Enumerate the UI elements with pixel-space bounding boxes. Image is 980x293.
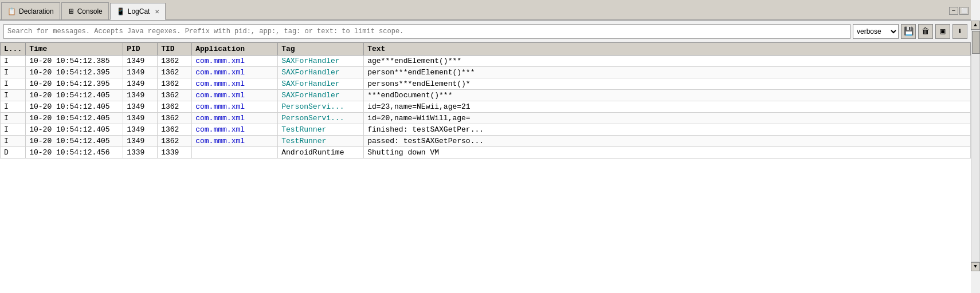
cell-level: D [1,147,26,159]
cell-application: com.mmm.xml [192,113,278,124]
cell-level: I [1,56,26,67]
scroll-thumb[interactable] [972,31,980,54]
cell-application: com.mmm.xml [192,101,278,113]
tab-declaration-label: Declaration [19,7,54,15]
toolbar: verbose debug info warn error 💾 🗑 ▣ ⬇ [0,21,971,42]
tab-declaration[interactable]: 📋 Declaration [1,2,60,19]
log-table: L... Time PID TID Application [0,42,971,159]
tab-console-label: Console [77,7,103,15]
cell-pid: 1339 [123,147,158,159]
cell-pid: 1349 [123,78,158,90]
table-header-row: L... Time PID TID Application [1,43,971,56]
cell-text: id=20,name=WiiWill,age= [364,113,971,124]
cell-tid: 1362 [158,78,192,90]
cell-pid: 1349 [123,56,158,67]
cell-level: I [1,67,26,78]
cell-tid: 1362 [158,136,192,147]
cell-application: com.mmm.xml [192,67,278,78]
cell-level: I [1,101,26,113]
cell-text: passed: testSAXGetPerso... [364,136,971,147]
restore-button[interactable]: ⬜ [959,7,969,15]
table-row: I 10-20 10:54:12.385 1349 1362 com.mmm.x… [1,56,971,67]
col-header-application[interactable]: Application [192,43,278,56]
scrollbar[interactable]: ▲ ▼ [971,21,980,271]
cell-tid: 1339 [158,147,192,159]
download-button[interactable]: ⬇ [952,24,967,39]
main-content: 📋 Declaration 🖥 Console 📱 LogCat ✕ — ⬜ [0,0,971,293]
scroll-down-button[interactable]: ▼ [971,262,980,271]
cell-application: com.mmm.xml [192,124,278,136]
cell-text: finished: testSAXGetPer... [364,124,971,136]
cell-text: Shutting down VM [364,147,971,159]
col-header-pid[interactable]: PID [123,43,158,56]
table-row: I 10-20 10:54:12.395 1349 1362 com.mmm.x… [1,67,971,78]
cell-tag: SAXForHandler [278,56,364,67]
view-icon: ▣ [940,26,945,36]
scroll-track [971,30,980,262]
clear-button[interactable]: 🗑 [918,24,933,39]
cell-pid: 1349 [123,90,158,101]
logcat-icon: 📱 [116,7,125,15]
console-icon: 🖥 [68,7,75,15]
minimize-icon: — [952,8,955,14]
cell-time: 10-20 10:54:12.405 [26,101,123,113]
cell-application [192,147,278,159]
cell-pid: 1349 [123,67,158,78]
search-input[interactable] [3,24,850,39]
cell-tag: PersonServi... [278,101,364,113]
cell-pid: 1349 [123,124,158,136]
cell-level: I [1,113,26,124]
table-row: I 10-20 10:54:12.405 1349 1362 com.mmm.x… [1,113,971,124]
cell-tag: TestRunner [278,136,364,147]
cell-tag: SAXForHandler [278,67,364,78]
col-header-level[interactable]: L... [1,43,26,56]
cell-time: 10-20 10:54:12.405 [26,113,123,124]
clear-icon: 🗑 [922,27,930,36]
scroll-up-button[interactable]: ▲ [971,21,980,30]
cell-tid: 1362 [158,56,192,67]
cell-tid: 1362 [158,124,192,136]
cell-time: 10-20 10:54:12.385 [26,56,123,67]
cell-application: com.mmm.xml [192,78,278,90]
tab-close-icon[interactable]: ✕ [155,9,159,15]
save-button[interactable]: 💾 [901,24,916,39]
view-toggle-button[interactable]: ▣ [935,24,950,39]
col-header-tid[interactable]: TID [158,43,192,56]
cell-tid: 1362 [158,67,192,78]
cell-text: person***endElement()*** [364,67,971,78]
declaration-icon: 📋 [7,7,16,15]
cell-application: com.mmm.xml [192,90,278,101]
cell-text: age***endElement()*** [364,56,971,67]
cell-time: 10-20 10:54:12.456 [26,147,123,159]
cell-level: I [1,90,26,101]
window-controls: — ⬜ [949,2,971,19]
table-row: I 10-20 10:54:12.405 1349 1362 com.mmm.x… [1,136,971,147]
log-table-wrapper[interactable]: L... Time PID TID Application [0,42,971,293]
col-header-text[interactable]: Text [364,43,971,56]
cell-time: 10-20 10:54:12.395 [26,78,123,90]
cell-time: 10-20 10:54:12.405 [26,90,123,101]
col-header-time[interactable]: Time [26,43,123,56]
cell-time: 10-20 10:54:12.405 [26,124,123,136]
cell-text: ***endDocument()*** [364,90,971,101]
cell-tid: 1362 [158,101,192,113]
table-row: I 10-20 10:54:12.405 1349 1362 com.mmm.x… [1,124,971,136]
table-row: D 10-20 10:54:12.456 1339 1339 AndroidRu… [1,147,971,159]
cell-tid: 1362 [158,113,192,124]
cell-pid: 1349 [123,113,158,124]
tab-bar: 📋 Declaration 🖥 Console 📱 LogCat ✕ — ⬜ [0,0,971,21]
tab-console[interactable]: 🖥 Console [61,2,109,19]
cell-level: I [1,124,26,136]
table-row: I 10-20 10:54:12.405 1349 1362 com.mmm.x… [1,101,971,113]
cell-tag: SAXForHandler [278,90,364,101]
cell-level: I [1,78,26,90]
cell-application: com.mmm.xml [192,56,278,67]
minimize-button[interactable]: — [949,7,958,15]
cell-time: 10-20 10:54:12.405 [26,136,123,147]
cell-pid: 1349 [123,101,158,113]
col-header-tag[interactable]: Tag [278,43,364,56]
tab-logcat[interactable]: 📱 LogCat ✕ [110,3,166,20]
verbose-select[interactable]: verbose debug info warn error [853,24,899,39]
cell-tag: SAXForHandler [278,78,364,90]
tab-logcat-label: LogCat [128,7,150,15]
